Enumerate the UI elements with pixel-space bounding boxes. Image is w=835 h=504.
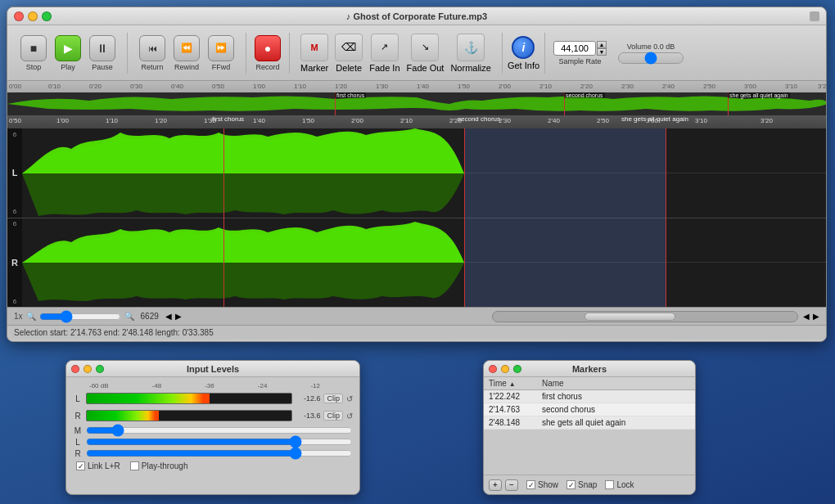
horizontal-scrollbar[interactable] (492, 311, 798, 322)
sample-rate-input[interactable] (553, 41, 596, 56)
stop-button[interactable]: ■ Stop (17, 33, 50, 74)
status-bar: Selection start: 2'14.763 end: 2'48.148 … (7, 325, 826, 340)
ffwd-button[interactable]: ⏩ FFwd (205, 33, 237, 74)
marker-name-2: second chorus (537, 403, 695, 416)
sort-icon: ▲ (509, 380, 516, 388)
fade-in-button[interactable]: ↗ Fade In (367, 32, 402, 74)
overview-tag-3: she gets all quiet again (728, 92, 790, 98)
title-bar: ♪ Ghost of Corporate Future.mp3 (7, 7, 826, 25)
pause-button[interactable]: ⏸ Pause (86, 33, 119, 74)
zoom-slider[interactable] (39, 310, 121, 323)
r-clip-button[interactable]: Clip (323, 411, 343, 421)
m-slider[interactable] (86, 425, 353, 435)
divider-1 (127, 33, 128, 74)
spinner-up[interactable]: ▲ (597, 41, 607, 48)
show-check-icon (526, 480, 535, 489)
info-icon: i (512, 36, 535, 59)
levels-content: -60 dB -48 -36 -24 -12 L -12.6 Clip ↺ R … (66, 377, 359, 475)
sample-rate-spinner: ▲ ▼ (553, 41, 607, 56)
input-levels-window: Input Levels -60 dB -48 -36 -24 -12 L -1… (65, 360, 360, 495)
playthrough-check-icon (130, 461, 139, 470)
input-levels-traffic-lights (71, 365, 104, 373)
collapse-button[interactable] (810, 11, 819, 21)
waveform-area[interactable]: 6 L 6 6 R 6 (7, 128, 826, 307)
r-slider[interactable] (86, 448, 353, 458)
input-levels-close[interactable] (71, 365, 79, 373)
position-value: 6629 (141, 312, 159, 321)
fade-out-icon: ↘ (422, 42, 429, 52)
scrollbar-thumb[interactable] (584, 313, 675, 321)
remove-marker-button[interactable]: − (505, 479, 518, 491)
divider-5 (544, 33, 545, 74)
markers-minimize[interactable] (501, 365, 509, 373)
markers-footer: + − Show Snap Lock (484, 475, 695, 494)
rewind-button[interactable]: ⏪ Rewind (170, 33, 203, 74)
play-button[interactable]: ▶ Play (52, 33, 84, 74)
input-levels-zoom[interactable] (96, 365, 104, 373)
zoom-in-icon[interactable]: 🔍 (124, 312, 134, 321)
marker-row-1[interactable]: 1'22.242 first chorus (484, 390, 695, 403)
input-levels-minimize[interactable] (84, 365, 92, 373)
volume-slider[interactable] (618, 52, 684, 64)
minimize-button[interactable] (28, 11, 38, 21)
window-title: ♪ Ghost of Corporate Future.mp3 (346, 11, 487, 21)
markers-close[interactable] (489, 365, 497, 373)
overview-waveform[interactable]: first chorus second chorus she gets all … (7, 92, 826, 115)
nav-group: ⏮ Return ⏪ Rewind ⏩ FFwd (133, 33, 241, 74)
play-icon: ▶ (64, 42, 73, 55)
checkbox-row: Link L+R Play-through (76, 461, 353, 470)
name-column-header[interactable]: Name (537, 377, 695, 390)
divider-3 (289, 33, 290, 74)
return-button[interactable]: ⏮ Return (136, 33, 169, 74)
spinner-arrows: ▲ ▼ (597, 41, 607, 56)
marker-name-3: she gets all quiet again (537, 416, 695, 430)
volume-control: Volume 0.0 dB (618, 43, 684, 64)
marker-row-3[interactable]: 2'48.148 she gets all quiet again (484, 416, 695, 430)
detail-tag-2: second chorus (458, 115, 500, 123)
add-marker-button[interactable]: + (489, 479, 502, 491)
marker-button[interactable]: M Marker (298, 32, 331, 74)
detail-ruler: 0'50 1'00 1'10 1'20 1'30 1'40 1'50 2'00 … (7, 115, 826, 128)
pause-icon: ⏸ (97, 42, 108, 55)
time-column-header[interactable]: Time ▲ (484, 377, 537, 390)
marker-name-1: first chorus (537, 390, 695, 403)
marker-icon: M (311, 43, 318, 52)
r-level-fill (87, 411, 159, 421)
zoom-out-icon[interactable]: 🔍 (26, 312, 36, 321)
delete-button[interactable]: ⌫ Delete (332, 32, 365, 74)
snap-checkbox-group: Snap (566, 480, 597, 489)
markers-table: Time ▲ Name 1'22.242 first chorus 2'14.7… (484, 377, 695, 430)
marker-line-3 (666, 128, 666, 307)
detail-tag-1: first chorus (212, 115, 244, 123)
toolbar: ■ Stop ▶ Play ⏸ Pause ⏮ Return ⏪ Rewind (7, 25, 826, 81)
fade-out-button[interactable]: ↘ Fade Out (404, 32, 447, 74)
scroll-right-btn[interactable]: ▶ (813, 312, 819, 321)
close-button[interactable] (14, 11, 24, 21)
l-top-label: 6 (7, 128, 22, 140)
input-levels-titlebar: Input Levels (66, 361, 359, 377)
m-slider-row: M (73, 425, 353, 435)
rewind-icon: ⏪ (181, 43, 192, 53)
spinner-down[interactable]: ▼ (597, 48, 607, 56)
marker-time-3: 2'48.148 (484, 416, 537, 430)
r-level-meter (86, 410, 292, 421)
marker-row-2[interactable]: 2'14.763 second chorus (484, 403, 695, 416)
record-button[interactable]: ● Record (251, 33, 284, 74)
link-lr-checkbox[interactable]: Link L+R (76, 461, 120, 470)
markers-zoom[interactable] (513, 365, 521, 373)
scroll-left-btn[interactable]: ◀ (803, 312, 810, 321)
l-slider[interactable] (86, 437, 353, 447)
l-clip-button[interactable]: Clip (323, 394, 343, 403)
next-frame-button[interactable]: ▶ (175, 312, 182, 321)
l-level-fill (87, 394, 210, 403)
overview-tag-1: first chorus (335, 92, 366, 98)
channel-separator (22, 218, 826, 218)
get-info-button[interactable]: i Get Info (508, 36, 539, 70)
prev-frame-button[interactable]: ◀ (165, 312, 172, 321)
zoom-button[interactable] (42, 11, 52, 21)
r-top-label: 6 (7, 218, 22, 230)
markers-titlebar: Markers (484, 361, 695, 377)
record-icon: ● (264, 42, 271, 55)
playthrough-checkbox[interactable]: Play-through (130, 461, 188, 470)
normalize-button[interactable]: ⚓ Normalize (448, 32, 494, 74)
